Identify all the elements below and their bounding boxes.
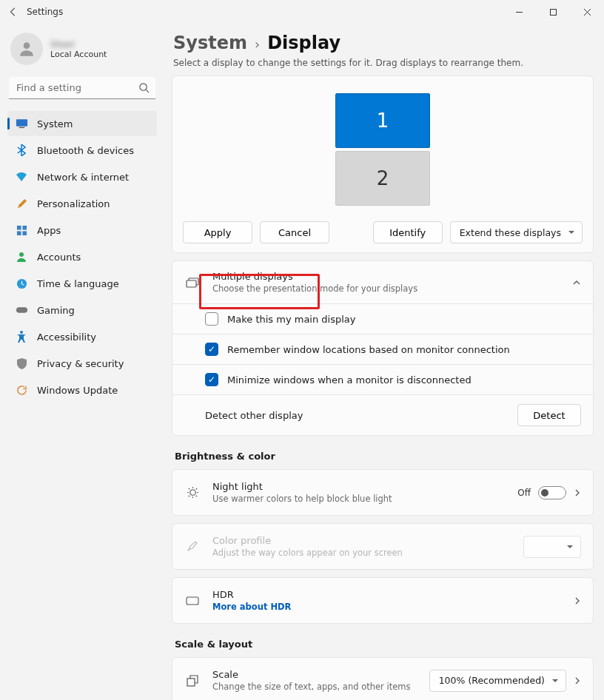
search-input[interactable] (9, 77, 155, 99)
minimize-on-disconnect-row[interactable]: Minimize windows when a monitor is disco… (172, 364, 593, 394)
apply-button[interactable]: Apply (183, 221, 252, 243)
night-light-toggle[interactable] (538, 486, 566, 499)
nav-accessibility[interactable]: Accessibility (7, 324, 157, 349)
window-controls (502, 0, 604, 24)
color-profile-dropdown (523, 536, 581, 558)
svg-rect-9 (16, 231, 21, 235)
make-main-display-checkbox[interactable] (205, 312, 218, 326)
svg-rect-19 (187, 679, 195, 686)
monitor-2[interactable]: 2 (335, 151, 430, 206)
night-light-card[interactable]: Night light Use warmer colors to help bl… (172, 469, 594, 516)
scale-dropdown[interactable]: 100% (Recommended) (429, 670, 566, 692)
user-name: User (50, 38, 107, 50)
scale-card[interactable]: Scale Change the size of text, apps, and… (172, 657, 594, 700)
svg-point-11 (19, 252, 24, 257)
svg-point-14 (20, 331, 23, 334)
svg-rect-6 (19, 127, 24, 128)
cancel-button[interactable]: Cancel (260, 221, 329, 243)
identify-button[interactable]: Identify (373, 221, 443, 243)
maximize-button[interactable] (536, 0, 570, 24)
nav-update[interactable]: Windows Update (7, 377, 157, 403)
nav-apps[interactable]: Apps (7, 218, 157, 243)
breadcrumb: System › Display (173, 33, 594, 53)
detect-display-row: Detect other display Detect (172, 394, 593, 435)
svg-point-3 (140, 84, 147, 90)
nav-bluetooth[interactable]: Bluetooth & devices (7, 138, 157, 163)
color-profile-icon (184, 541, 201, 553)
accessibility-icon (15, 330, 28, 343)
svg-point-17 (189, 490, 195, 496)
remember-locations-row[interactable]: Remember window locations based on monit… (172, 334, 593, 364)
hdr-icon (184, 596, 201, 605)
gaming-icon (15, 303, 28, 317)
breadcrumb-current: Display (267, 33, 340, 53)
hdr-card[interactable]: HDR More about HDR (172, 577, 594, 624)
sidebar: User Local Account System Bluetooth & de… (0, 24, 164, 700)
night-light-state: Off (517, 488, 531, 498)
remember-locations-checkbox[interactable] (205, 343, 218, 356)
minimize-button[interactable] (502, 0, 536, 24)
chevron-right-icon (574, 676, 581, 685)
multiple-displays-card: Multiple displays Choose the presentatio… (172, 260, 594, 436)
nav-time[interactable]: Time & language (7, 271, 157, 296)
main-content: System › Display Select a display to cha… (164, 24, 604, 700)
breadcrumb-parent[interactable]: System (173, 33, 247, 53)
scale-icon (184, 675, 201, 687)
svg-rect-7 (16, 225, 21, 229)
svg-line-4 (146, 90, 149, 92)
nav-privacy[interactable]: Privacy & security (7, 351, 157, 376)
section-scale-layout: Scale & layout (175, 639, 594, 650)
minimize-on-disconnect-checkbox[interactable] (205, 373, 218, 386)
breadcrumb-separator: › (255, 36, 260, 52)
time-icon (15, 277, 28, 290)
back-button[interactable] (0, 7, 27, 17)
night-light-icon (184, 486, 201, 499)
svg-rect-5 (16, 119, 27, 126)
svg-rect-18 (187, 597, 198, 605)
svg-rect-13 (16, 307, 27, 313)
svg-rect-1 (550, 9, 556, 15)
color-profile-card: Color profile Adjust the way colors appe… (172, 523, 594, 570)
search-icon (138, 82, 150, 93)
bluetooth-icon (15, 144, 28, 157)
projection-mode-dropdown[interactable]: Extend these displays (450, 221, 583, 243)
svg-rect-10 (22, 231, 27, 235)
close-button[interactable] (570, 0, 604, 24)
multiple-displays-icon (184, 277, 201, 288)
nav-personalization[interactable]: Personalization (7, 191, 157, 216)
network-icon (15, 170, 28, 184)
privacy-icon (15, 357, 28, 370)
svg-point-2 (24, 42, 30, 49)
avatar (10, 33, 43, 65)
nav-gaming[interactable]: Gaming (7, 297, 157, 323)
nav-system[interactable]: System (7, 111, 157, 136)
monitor-1[interactable]: 1 (335, 93, 430, 148)
make-main-display-row[interactable]: Make this my main display (172, 303, 593, 334)
nav-network[interactable]: Network & internet (7, 164, 157, 189)
hdr-link[interactable]: More about HDR (212, 602, 291, 613)
page-subtitle: Select a display to change the settings … (173, 58, 594, 68)
user-row[interactable]: User Local Account (7, 28, 157, 73)
section-brightness-color: Brightness & color (175, 451, 594, 462)
user-type: Local Account (50, 50, 107, 59)
svg-rect-8 (22, 225, 27, 229)
window-title: Settings (27, 7, 63, 17)
chevron-up-icon (572, 278, 581, 287)
multiple-displays-header[interactable]: Multiple displays Choose the presentatio… (172, 261, 593, 303)
nav-accounts[interactable]: Accounts (7, 244, 157, 269)
system-icon (15, 117, 28, 130)
accounts-icon (15, 250, 28, 263)
detect-button[interactable]: Detect (517, 404, 581, 426)
titlebar: Settings (0, 0, 604, 24)
chevron-right-icon (574, 488, 581, 497)
personalization-icon (15, 197, 28, 210)
update-icon (15, 383, 28, 397)
display-arrangement: 1 2 Apply Cancel Identify Extend these d… (172, 75, 594, 253)
apps-icon (15, 223, 28, 237)
svg-rect-16 (187, 280, 196, 287)
chevron-right-icon (574, 596, 581, 605)
